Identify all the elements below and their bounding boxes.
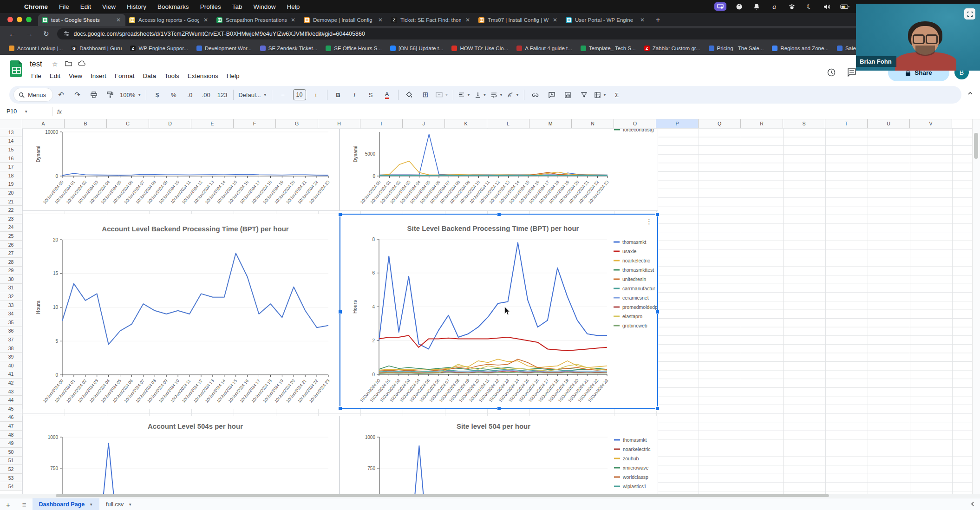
vertical-scrollbar[interactable] bbox=[972, 119, 980, 494]
chart-account-504[interactable]: 1000750500250010/Jun/2024 0010/Jun/2024 … bbox=[22, 416, 340, 494]
battery-icon[interactable]: ⚡ bbox=[840, 2, 850, 11]
menubar-item-tab[interactable]: Tab bbox=[227, 3, 248, 10]
close-tab-icon[interactable]: ✕ bbox=[290, 17, 296, 23]
column-header-E[interactable]: E bbox=[191, 119, 234, 128]
bookmark-item[interactable]: ZWP Engine Suppor... bbox=[126, 46, 192, 51]
bookmark-item[interactable]: Template_ Tech S... bbox=[576, 46, 640, 51]
column-header-L[interactable]: L bbox=[487, 119, 529, 128]
select-all-corner[interactable] bbox=[0, 119, 22, 128]
row-header-52[interactable]: 52 bbox=[0, 465, 22, 474]
spreadsheet-grid[interactable]: 10000010/Jun/2024 0010/Jun/2024 0110/Jun… bbox=[0, 119, 980, 494]
row-header-39[interactable]: 39 bbox=[0, 353, 22, 361]
row-header-36[interactable]: 36 bbox=[0, 327, 22, 336]
sheet-tab-menu-icon[interactable]: ▼ bbox=[128, 503, 132, 507]
do-not-disturb-icon[interactable]: ☾ bbox=[804, 2, 815, 11]
address-bar[interactable]: docs.google.com/spreadsheets/d/1V3TcmZRW… bbox=[57, 28, 973, 39]
expand-webcam-icon[interactable] bbox=[964, 8, 975, 20]
copilot-icon[interactable] bbox=[787, 2, 797, 11]
site-settings-icon[interactable] bbox=[64, 31, 70, 37]
sheets-menu-insert[interactable]: Insert bbox=[86, 71, 111, 81]
row-header-24[interactable]: 24 bbox=[0, 223, 22, 232]
row-header-54[interactable]: 54 bbox=[0, 482, 22, 491]
column-header-P[interactable]: P bbox=[656, 119, 699, 128]
column-header-J[interactable]: J bbox=[403, 119, 445, 128]
maximize-window-icon[interactable] bbox=[26, 17, 32, 22]
row-header-30[interactable]: 30 bbox=[0, 275, 22, 284]
sheets-menu-format[interactable]: Format bbox=[111, 71, 139, 81]
row-header-49[interactable]: 49 bbox=[0, 439, 22, 448]
bookmark-item[interactable]: Pricing - The Sale... bbox=[705, 46, 768, 51]
insert-comment-icon[interactable] bbox=[544, 89, 559, 101]
column-header-A[interactable]: A bbox=[22, 119, 65, 128]
zoom-select-button[interactable]: 100%▼ bbox=[118, 89, 143, 101]
column-header-V[interactable]: V bbox=[910, 119, 952, 128]
row-header-37[interactable]: 37 bbox=[0, 335, 22, 344]
decrease-decimals-button[interactable]: .0 bbox=[182, 89, 197, 101]
close-tab-icon[interactable]: ✕ bbox=[639, 17, 646, 23]
italic-button[interactable]: I bbox=[347, 89, 362, 101]
close-window-icon[interactable] bbox=[7, 17, 13, 22]
document-title[interactable]: test bbox=[30, 59, 42, 68]
redo-icon[interactable]: ↷ bbox=[70, 89, 85, 101]
row-header-43[interactable]: 43 bbox=[0, 387, 22, 396]
name-box-dropdown-icon[interactable]: ▼ bbox=[24, 110, 28, 114]
increase-decimals-button[interactable]: .00 bbox=[198, 89, 214, 101]
create-filter-icon[interactable] bbox=[576, 89, 592, 101]
column-header-H[interactable]: H bbox=[318, 119, 360, 128]
chart-site-bpt[interactable]: 8642010/Jun/2024 0010/Jun/2024 0110/Jun/… bbox=[340, 214, 658, 409]
scroll-sheets-left-icon[interactable] bbox=[970, 500, 980, 509]
column-header-D[interactable]: D bbox=[149, 119, 191, 128]
column-header-U[interactable]: U bbox=[868, 119, 910, 128]
sheets-menu-tools[interactable]: Tools bbox=[160, 71, 183, 81]
format-currency-button[interactable]: $ bbox=[150, 89, 165, 101]
row-header-14[interactable]: 14 bbox=[0, 137, 22, 146]
sheets-menu-file[interactable]: File bbox=[27, 71, 46, 81]
row-header-53[interactable]: 53 bbox=[0, 474, 22, 483]
row-header-38[interactable]: 38 bbox=[0, 344, 22, 353]
bookmark-item[interactable]: SE Zendesk Ticket... bbox=[256, 46, 321, 51]
menubar-item-history[interactable]: History bbox=[121, 3, 152, 10]
text-color-button[interactable]: A bbox=[379, 89, 395, 101]
text-wrap-icon[interactable]: ▼ bbox=[489, 89, 504, 101]
row-header-20[interactable]: 20 bbox=[0, 189, 22, 197]
grammarly-icon[interactable]: a bbox=[769, 2, 779, 11]
menubar-item-file[interactable]: File bbox=[53, 3, 75, 10]
sheet-canvas[interactable]: 10000010/Jun/2024 0010/Jun/2024 0110/Jun… bbox=[22, 128, 973, 494]
pivot-table-icon[interactable]: ▼ bbox=[593, 89, 608, 101]
browser-tab[interactable]: Tms07 | Install Config | WP E✕ bbox=[475, 14, 562, 26]
row-header-27[interactable]: 27 bbox=[0, 249, 22, 258]
row-header-22[interactable]: 22 bbox=[0, 206, 22, 215]
row-header-48[interactable]: 48 bbox=[0, 431, 22, 439]
row-header-45[interactable]: 45 bbox=[0, 405, 22, 413]
column-header-Q[interactable]: Q bbox=[699, 119, 741, 128]
chart-dynamic-site[interactable]: 5000010/Jun/2024 0010/Jun/2024 0110/Jun/… bbox=[340, 129, 658, 211]
add-sheet-icon[interactable]: + bbox=[0, 501, 16, 509]
row-header-21[interactable]: 21 bbox=[0, 197, 22, 206]
row-header-18[interactable]: 18 bbox=[0, 171, 22, 180]
browser-tab[interactable]: User Portal - WP Engine✕ bbox=[562, 14, 649, 26]
sheets-menu-edit[interactable]: Edit bbox=[46, 71, 65, 81]
sheet-tab-menu-icon[interactable]: ▼ bbox=[89, 503, 93, 507]
column-header-N[interactable]: N bbox=[572, 119, 614, 128]
volume-icon[interactable] bbox=[822, 2, 832, 11]
chart-account-bpt[interactable]: 2015105010/Jun/2024 0010/Jun/2024 0110/J… bbox=[22, 214, 340, 409]
row-header-13[interactable]: 13 bbox=[0, 128, 22, 137]
browser-tab[interactable]: Scrapathon Presentations - G✕ bbox=[213, 14, 300, 26]
star-icon[interactable]: ☆ bbox=[52, 60, 58, 68]
menubar-item-bookmarks[interactable]: Bookmarks bbox=[152, 3, 195, 10]
close-tab-icon[interactable]: ✕ bbox=[552, 17, 558, 23]
bookmark-item[interactable]: GDashboard | Guru bbox=[67, 46, 126, 51]
row-header-34[interactable]: 34 bbox=[0, 309, 22, 318]
cloud-status-icon[interactable] bbox=[78, 60, 86, 68]
font-select-button[interactable]: Defaul...▼ bbox=[237, 89, 268, 101]
column-header-K[interactable]: K bbox=[445, 119, 487, 128]
column-header-C[interactable]: C bbox=[107, 119, 149, 128]
version-history-icon[interactable] bbox=[827, 68, 836, 79]
reload-button[interactable]: ↻ bbox=[38, 30, 54, 38]
column-header-I[interactable]: I bbox=[360, 119, 403, 128]
sheets-menu-extensions[interactable]: Extensions bbox=[183, 71, 222, 81]
sheets-menu-data[interactable]: Data bbox=[139, 71, 161, 81]
bookmark-item[interactable]: A Fallout 4 guide t... bbox=[512, 46, 576, 51]
close-tab-icon[interactable]: ✕ bbox=[377, 17, 384, 23]
close-tab-icon[interactable]: ✕ bbox=[115, 17, 122, 23]
